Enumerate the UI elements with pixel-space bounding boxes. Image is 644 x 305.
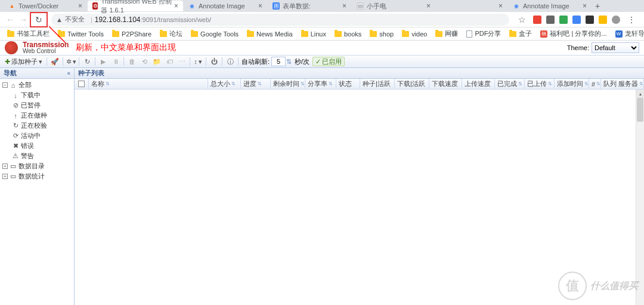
- col-added[interactable]: 添加时间⇅: [555, 79, 589, 89]
- bookmark-item[interactable]: 书签工具栏: [4, 28, 53, 39]
- extension-icon[interactable]: [586, 16, 594, 24]
- close-icon[interactable]: ×: [499, 2, 503, 10]
- url-port: :9091: [141, 16, 157, 23]
- col-num[interactable]: #⇅: [589, 79, 601, 89]
- col-eta[interactable]: 剩余时间⇅: [271, 79, 305, 89]
- bookmark-item[interactable]: video: [398, 29, 431, 39]
- enabled-badge[interactable]: ✓已启用: [312, 57, 345, 66]
- forward-button[interactable]: →: [17, 13, 30, 26]
- bookmark-item[interactable]: Linux: [298, 29, 330, 39]
- refresh-button[interactable]: ↻: [81, 56, 93, 67]
- bookmark-item[interactable]: books: [331, 29, 365, 39]
- col-status[interactable]: 状态: [336, 79, 360, 89]
- tree-node-datastat[interactable]: + ▭ 数据统计: [0, 171, 74, 181]
- browser-tab[interactable]: 困 表单数据: ×: [268, 1, 351, 11]
- extension-icon[interactable]: [559, 16, 568, 24]
- settings-button[interactable]: ✲▾: [65, 56, 77, 67]
- browser-tab[interactable]: ×: [436, 1, 507, 11]
- collapse-icon[interactable]: «: [67, 70, 70, 76]
- browser-tab[interactable]: ▲ Tower/Docker ×: [4, 1, 87, 11]
- close-icon[interactable]: ×: [583, 2, 587, 10]
- col-checkbox[interactable]: [75, 79, 89, 89]
- scroll-thumb[interactable]: [637, 98, 643, 122]
- bookmark-item[interactable]: News Media: [243, 29, 296, 39]
- close-icon[interactable]: ×: [426, 2, 431, 10]
- col-name[interactable]: 名称⇅: [89, 79, 208, 89]
- bookmark-item[interactable]: 福福利吧 | 分享你的...: [537, 28, 610, 39]
- bookmark-item[interactable]: PDF分享: [463, 28, 504, 39]
- col-uploaded[interactable]: 已上传⇅: [525, 79, 555, 89]
- select-all-checkbox[interactable]: [78, 81, 85, 87]
- tree-node-active[interactable]: ⟳活动中: [0, 131, 74, 141]
- play-button[interactable]: ▶: [97, 56, 109, 67]
- menu-icon[interactable]: ⋮: [625, 13, 638, 26]
- sort-icon: ⇅: [258, 81, 262, 87]
- col-size[interactable]: 总大小⇅: [208, 79, 241, 89]
- extension-icon[interactable]: [612, 16, 620, 24]
- add-torrent-button[interactable]: ✚添加种子▾: [2, 56, 45, 67]
- security-indicator[interactable]: ▲ 不安全: [56, 15, 85, 24]
- bookmark-item[interactable]: Twitter Tools: [54, 29, 107, 39]
- tree-node-checking[interactable]: ↻正在校验: [0, 121, 74, 131]
- verify-button[interactable]: ⟲: [138, 56, 150, 67]
- spinner-up-down-icon[interactable]: ⇅: [286, 58, 292, 66]
- theme-select[interactable]: Default: [592, 42, 639, 53]
- speed-limit-button[interactable]: ↕▾: [192, 56, 204, 67]
- col-dlspeed[interactable]: 下载速度: [429, 79, 462, 89]
- delete-button[interactable]: 🗑: [126, 56, 138, 67]
- power-button[interactable]: ⏻: [208, 56, 220, 67]
- star-icon[interactable]: ☆: [515, 13, 528, 26]
- bookmark-item[interactable]: P2PShare: [109, 29, 155, 39]
- col-seeds[interactable]: 种子|活跃: [360, 79, 395, 89]
- refresh-interval-input[interactable]: [271, 57, 286, 66]
- browser-tab[interactable]: ◉ Annotate Image ×: [508, 1, 592, 11]
- tree-expand-icon[interactable]: +: [2, 174, 8, 179]
- col-queue[interactable]: 队列 服务器⇅: [601, 79, 644, 89]
- tree-node-all[interactable]: − ⌂ 全部: [0, 80, 74, 90]
- folder-button[interactable]: 📁: [151, 56, 163, 67]
- extension-icon[interactable]: [533, 16, 541, 24]
- tree-node-datadir[interactable]: + ▭ 数据目录: [0, 161, 74, 171]
- tree-node-warning[interactable]: ⚠警告: [0, 151, 74, 161]
- col-peers[interactable]: 下载|活跃: [395, 79, 429, 89]
- tree-node-seeding[interactable]: ↑正在做种: [0, 110, 74, 121]
- col-done[interactable]: 已完成⇅: [495, 79, 525, 89]
- tree-node-error[interactable]: ✖错误: [0, 141, 74, 151]
- browser-tab-active[interactable]: ⚙ Transmission WEB 控制器 1.6.1 ×: [88, 1, 183, 11]
- extension-icon[interactable]: [599, 16, 607, 24]
- tree-expand-icon[interactable]: +: [2, 164, 8, 169]
- folder-icon: [191, 31, 198, 37]
- extension-icon[interactable]: [572, 16, 581, 24]
- bookmark-item[interactable]: W龙轩导航-做个有用...: [612, 28, 644, 39]
- back-button[interactable]: ←: [4, 13, 17, 26]
- browser-tab[interactable]: ▭ 小手电 ×: [352, 1, 435, 11]
- refresh-button[interactable]: ↻: [32, 13, 45, 26]
- label-button[interactable]: 🏷: [163, 56, 175, 67]
- extension-icon[interactable]: [546, 16, 555, 24]
- bookmark-item[interactable]: 网赚: [432, 28, 462, 39]
- close-icon[interactable]: ×: [342, 2, 346, 10]
- close-icon[interactable]: ×: [258, 2, 262, 10]
- bookmark-item[interactable]: Google Tools: [187, 29, 242, 39]
- browser-tab[interactable]: ◉ Annotate Image ×: [184, 1, 267, 11]
- tree-node-downloading[interactable]: ↓下载中: [0, 90, 74, 100]
- col-progress[interactable]: 进度⇅: [241, 79, 271, 89]
- folder-icon: [402, 31, 409, 37]
- new-tab-button[interactable]: +: [592, 1, 603, 11]
- tree-collapse-icon[interactable]: −: [2, 82, 8, 88]
- bookmark-item[interactable]: 盒子: [506, 28, 535, 39]
- start-button[interactable]: 🚀: [49, 56, 61, 67]
- col-ulspeed[interactable]: 上传速度: [462, 79, 495, 89]
- close-icon[interactable]: ×: [174, 2, 178, 10]
- close-icon[interactable]: ×: [78, 2, 82, 10]
- pause-button[interactable]: ⏸: [110, 56, 122, 67]
- bookmark-item[interactable]: 论坛: [156, 28, 186, 39]
- separator: [123, 57, 124, 66]
- url-bar[interactable]: ▲ 不安全 | 192.168.1.104:9091/transmission/…: [51, 14, 509, 26]
- tree-node-paused[interactable]: ⊘已暂停: [0, 100, 74, 110]
- bookmark-item[interactable]: shop: [366, 29, 397, 39]
- more-button[interactable]: ⋯: [176, 56, 188, 67]
- scroll-up-icon[interactable]: ▴: [636, 90, 644, 98]
- col-ratio[interactable]: 分享率⇅: [305, 79, 336, 89]
- info-button[interactable]: ⓘ: [224, 56, 236, 67]
